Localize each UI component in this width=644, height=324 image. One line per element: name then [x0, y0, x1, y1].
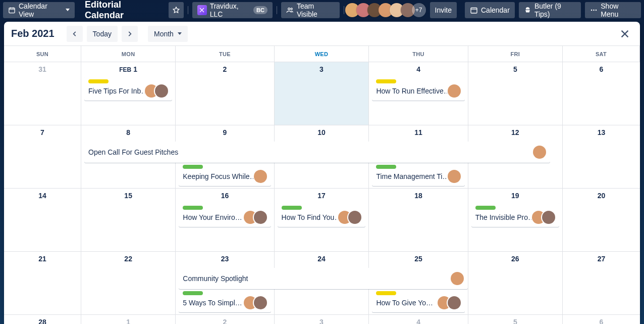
card-label	[88, 79, 109, 83]
avatar	[348, 211, 361, 224]
card-title: 5 Ways To Simpl…	[183, 299, 246, 307]
prev-period-button[interactable]	[67, 26, 83, 42]
day-cell[interactable]: FEB1Five Tips For Inb…	[81, 62, 176, 125]
day-cell[interactable]: 2	[176, 62, 274, 125]
calendar-card[interactable]: How To Give Yo…	[372, 288, 464, 312]
day-number: 6	[566, 65, 637, 73]
day-cell[interactable]: 2	[176, 315, 274, 324]
day-cell[interactable]: 26	[468, 252, 563, 315]
day-cell[interactable]: 7	[4, 125, 81, 189]
current-period: Feb 2021	[11, 28, 55, 39]
card-title: How To Run Effective…	[376, 87, 450, 95]
avatar	[254, 211, 267, 224]
dow-header: TUE	[176, 46, 274, 62]
day-cell[interactable]: 14	[4, 189, 81, 252]
board-members[interactable]: +7	[348, 3, 426, 17]
day-cell[interactable]: 22	[81, 252, 176, 315]
day-number: 7	[7, 128, 78, 136]
day-number: 27	[566, 255, 637, 263]
invite-button[interactable]: Invite	[430, 2, 457, 18]
visibility-label: Team Visible	[297, 2, 335, 18]
svg-rect-0	[9, 8, 15, 13]
next-period-button[interactable]	[122, 26, 138, 42]
scope-label: Month	[154, 30, 174, 38]
calendar-card[interactable]: Time Management Ti…	[372, 162, 464, 186]
day-cell[interactable]: 31	[4, 62, 81, 125]
calendar-icon	[470, 6, 478, 14]
day-number: 26	[471, 255, 559, 263]
invite-label: Invite	[435, 6, 452, 14]
day-number: 4	[372, 65, 464, 73]
day-cell[interactable]: 5	[468, 62, 563, 125]
day-cell[interactable]: 4	[369, 315, 468, 324]
calendar-card[interactable]: How To Find You…	[278, 203, 366, 227]
day-number: 28	[7, 318, 78, 324]
day-cell[interactable]: 13	[563, 125, 640, 189]
day-cell[interactable]: 8Open Call For Guest Pitches	[81, 125, 176, 189]
calendar-card[interactable]: How Your Enviro…	[179, 203, 271, 227]
calendar-card[interactable]: Open Call For Guest Pitches	[84, 142, 550, 163]
dow-header: SUN	[4, 46, 81, 62]
day-cell[interactable]: 23Community Spotlight5 Ways To Simpl…	[176, 252, 274, 315]
org-icon	[197, 5, 207, 15]
avatar-overflow[interactable]: +7	[412, 3, 426, 17]
avatar	[542, 211, 555, 224]
visibility-button[interactable]: Team Visible	[281, 2, 340, 18]
butler-button[interactable]: Butler (9 Tips)	[519, 2, 581, 18]
day-cell[interactable]: 6	[563, 62, 640, 125]
day-cell[interactable]: 21	[4, 252, 81, 315]
dow-header: FRI	[468, 46, 563, 62]
card-title: Keeping Focus While…	[183, 172, 256, 180]
day-cell[interactable]: 18	[369, 189, 468, 252]
svg-point-6	[596, 9, 597, 11]
day-cell[interactable]: 15	[81, 189, 176, 252]
calendar-card[interactable]: How To Run Effective…	[372, 76, 464, 101]
calendar-card[interactable]: Five Tips For Inb…	[84, 76, 172, 101]
avatar	[533, 146, 546, 159]
day-cell[interactable]: 16How Your Enviro…	[176, 189, 274, 252]
card-label	[376, 291, 396, 295]
calendar-toolbar: Feb 2021 Today Month	[4, 22, 640, 45]
avatar	[254, 296, 267, 309]
star-button[interactable]	[169, 2, 184, 18]
day-cell[interactable]: 17How To Find You…	[275, 189, 369, 252]
view-switcher[interactable]: Calendar View	[3, 2, 75, 18]
calendar-grid: SUNMONTUEWEDTHUFRISAT31FEB1Five Tips For…	[4, 45, 640, 324]
org-link[interactable]: Travidux, LLC BC	[192, 2, 273, 18]
day-number: 4	[372, 318, 464, 324]
day-cell[interactable]: 5	[468, 315, 563, 324]
day-cell[interactable]: 19The Invisible Pro…	[468, 189, 563, 252]
board-title[interactable]: Editorial Calendar	[79, 2, 165, 18]
day-number: 22	[84, 255, 172, 263]
org-name: Travidux, LLC	[210, 2, 250, 18]
close-button[interactable]	[617, 26, 633, 42]
show-menu-button[interactable]: Show Menu	[585, 2, 641, 18]
calendar-icon	[8, 6, 16, 14]
calendar-card[interactable]: Keeping Focus While…	[179, 162, 271, 186]
card-title: How Your Enviro…	[183, 213, 246, 221]
day-cell[interactable]: 1	[81, 315, 176, 324]
chevron-right-icon	[126, 30, 133, 37]
chevron-down-icon	[66, 9, 70, 11]
calendar-card[interactable]: Community Spotlight	[179, 268, 468, 289]
day-number: 3	[278, 65, 366, 73]
chevron-left-icon	[71, 30, 78, 37]
scope-select[interactable]: Month	[148, 26, 188, 42]
powerup-calendar[interactable]: Calendar	[465, 2, 515, 18]
day-number: 1	[84, 318, 172, 324]
card-label	[183, 291, 203, 295]
svg-point-5	[593, 9, 595, 11]
day-cell[interactable]: 3	[275, 315, 369, 324]
calendar-card[interactable]: The Invisible Pro…	[471, 203, 559, 227]
calendar-card[interactable]: 5 Ways To Simpl…	[179, 288, 271, 312]
dow-header: WED	[275, 46, 369, 62]
day-cell[interactable]: 28	[4, 315, 81, 324]
today-button[interactable]: Today	[87, 26, 118, 42]
day-cell[interactable]: 4How To Run Effective…	[369, 62, 468, 125]
day-cell[interactable]: 3	[275, 62, 369, 125]
day-cell[interactable]: 20	[563, 189, 640, 252]
day-cell[interactable]: 27	[563, 252, 640, 315]
svg-point-1	[288, 8, 290, 10]
star-icon	[172, 6, 180, 14]
day-cell[interactable]: 6	[563, 315, 640, 324]
